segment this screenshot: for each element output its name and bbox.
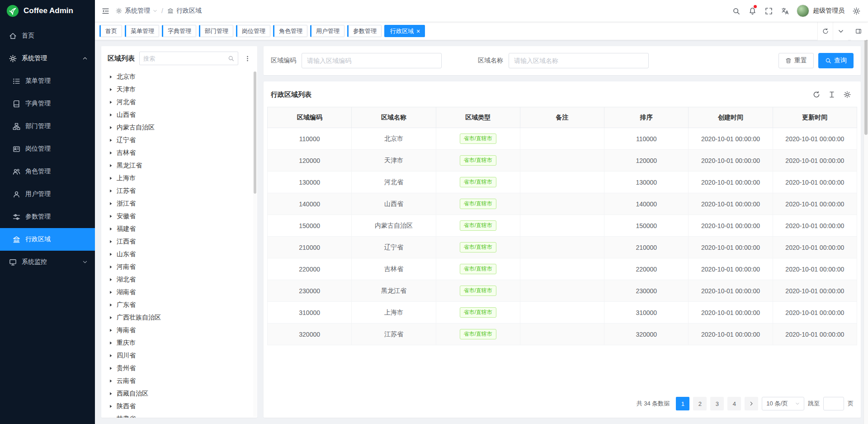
tree-item[interactable]: 湖北省 bbox=[101, 273, 257, 286]
table-row[interactable]: 120000 天津市 省市/直辖市 120000 2020-10-01 00:0… bbox=[268, 150, 857, 172]
page-button[interactable]: 4 bbox=[727, 397, 741, 410]
query-button[interactable]: 查询 bbox=[818, 53, 854, 68]
column-header[interactable]: 备注 bbox=[520, 107, 604, 128]
sidebar-item-department[interactable]: 部门管理 bbox=[0, 115, 95, 138]
tree-item[interactable]: 山西省 bbox=[101, 109, 257, 121]
tree-search-input[interactable] bbox=[143, 55, 228, 62]
refresh-tabs-button[interactable] bbox=[817, 22, 833, 40]
caret-right-icon[interactable] bbox=[108, 328, 113, 333]
caret-right-icon[interactable] bbox=[108, 201, 113, 206]
tree-item[interactable]: 云南省 bbox=[101, 375, 257, 387]
sidebar-item-dictionary[interactable]: 字典管理 bbox=[0, 92, 95, 115]
tree-scrollbar[interactable] bbox=[253, 71, 257, 417]
tab[interactable]: 参数管理 × bbox=[347, 25, 382, 37]
tree-item[interactable]: 北京市 bbox=[101, 71, 257, 83]
tab[interactable]: 部门管理 × bbox=[199, 25, 233, 37]
caret-right-icon[interactable] bbox=[108, 227, 113, 231]
caret-right-icon[interactable] bbox=[108, 404, 113, 409]
tree-item[interactable]: 黑龙江省 bbox=[101, 159, 257, 172]
caret-right-icon[interactable] bbox=[108, 366, 113, 371]
tree-item[interactable]: 江西省 bbox=[101, 235, 257, 248]
tree-item[interactable]: 海南省 bbox=[101, 324, 257, 337]
page-size-select[interactable]: 10 条/页 bbox=[762, 397, 804, 410]
tree-item[interactable]: 广东省 bbox=[101, 299, 257, 311]
notifications-button[interactable] bbox=[744, 1, 760, 20]
tree-item[interactable]: 浙江省 bbox=[101, 197, 257, 210]
settings-button[interactable] bbox=[848, 1, 864, 20]
translate-button[interactable] bbox=[777, 1, 793, 20]
region-name-input[interactable] bbox=[509, 53, 649, 68]
caret-right-icon[interactable] bbox=[108, 341, 113, 345]
caret-right-icon[interactable] bbox=[108, 379, 113, 383]
tree-item[interactable]: 天津市 bbox=[101, 83, 257, 96]
sidebar-collapse-button[interactable] bbox=[95, 0, 116, 22]
tree-item[interactable]: 福建省 bbox=[101, 223, 257, 235]
tree-item[interactable]: 广西壮族自治区 bbox=[101, 311, 257, 324]
sidebar-item-monitor[interactable]: 系统监控 bbox=[0, 251, 95, 273]
user-menu[interactable]: 超级管理员 bbox=[797, 5, 844, 17]
refresh-table-button[interactable] bbox=[810, 88, 823, 101]
tab[interactable]: 角色管理 × bbox=[273, 25, 307, 37]
sidebar-item-post[interactable]: 岗位管理 bbox=[0, 138, 95, 160]
table-row[interactable]: 140000 山西省 省市/直辖市 140000 2020-10-01 00:0… bbox=[268, 193, 857, 215]
page-button[interactable]: 2 bbox=[693, 397, 707, 410]
layout-button[interactable] bbox=[851, 22, 866, 40]
search-icon[interactable] bbox=[228, 55, 234, 62]
density-button[interactable] bbox=[826, 88, 838, 101]
tree-item[interactable]: 重庆市 bbox=[101, 337, 257, 349]
column-header[interactable]: 区域类型 bbox=[436, 107, 520, 128]
sidebar-item-region[interactable]: 行政区域 bbox=[0, 228, 95, 251]
tab[interactable]: 菜单管理 × bbox=[125, 25, 159, 37]
caret-right-icon[interactable] bbox=[108, 176, 113, 181]
caret-right-icon[interactable] bbox=[108, 189, 113, 193]
table-row[interactable]: 210000 辽宁省 省市/直辖市 210000 2020-10-01 00:0… bbox=[268, 237, 857, 258]
next-page-button[interactable] bbox=[745, 397, 758, 410]
search-button[interactable] bbox=[728, 1, 744, 20]
tree-more-button[interactable] bbox=[243, 52, 252, 64]
caret-right-icon[interactable] bbox=[108, 214, 113, 219]
tree-item[interactable]: 河南省 bbox=[101, 261, 257, 273]
tree-item[interactable]: 西藏自治区 bbox=[101, 387, 257, 400]
tab[interactable]: 首页 × bbox=[99, 25, 122, 37]
caret-right-icon[interactable] bbox=[108, 87, 113, 92]
table-row[interactable]: 110000 北京市 省市/直辖市 110000 2020-10-01 00:0… bbox=[268, 128, 857, 150]
table-row[interactable]: 230000 黑龙江省 省市/直辖市 230000 2020-10-01 00:… bbox=[268, 280, 857, 302]
tree-item[interactable]: 内蒙古自治区 bbox=[101, 121, 257, 134]
caret-right-icon[interactable] bbox=[108, 138, 113, 143]
column-header[interactable]: 区域名称 bbox=[352, 107, 436, 128]
table-row[interactable]: 220000 吉林省 省市/直辖市 220000 2020-10-01 00:0… bbox=[268, 258, 857, 280]
tabs-menu-button[interactable] bbox=[833, 22, 848, 40]
fullscreen-button[interactable] bbox=[760, 1, 777, 20]
caret-right-icon[interactable] bbox=[108, 391, 113, 396]
caret-right-icon[interactable] bbox=[108, 315, 113, 320]
column-header[interactable]: 创建时间 bbox=[689, 107, 773, 128]
tree-item[interactable]: 上海市 bbox=[101, 172, 257, 185]
caret-right-icon[interactable] bbox=[108, 239, 113, 244]
table-row[interactable]: 320000 江苏省 省市/直辖市 320000 2020-10-01 00:0… bbox=[268, 324, 857, 345]
caret-right-icon[interactable] bbox=[108, 75, 113, 79]
scrollbar-thumb[interactable] bbox=[864, 26, 868, 135]
caret-right-icon[interactable] bbox=[108, 151, 113, 155]
breadcrumb-section[interactable]: 系统管理 bbox=[125, 7, 150, 15]
caret-right-icon[interactable] bbox=[108, 125, 113, 130]
sidebar-item-system[interactable]: 系统管理 bbox=[0, 47, 95, 70]
tree-item[interactable]: 陕西省 bbox=[101, 400, 257, 413]
table-row[interactable]: 130000 河北省 省市/直辖市 130000 2020-10-01 00:0… bbox=[268, 172, 857, 193]
tab[interactable]: 岗位管理 × bbox=[236, 25, 270, 37]
column-settings-button[interactable] bbox=[841, 88, 854, 101]
tab[interactable]: 字典管理 × bbox=[162, 25, 196, 37]
tree-item[interactable]: 贵州省 bbox=[101, 362, 257, 375]
page-button[interactable]: 3 bbox=[710, 397, 724, 410]
tree-item[interactable]: 河北省 bbox=[101, 96, 257, 109]
caret-right-icon[interactable] bbox=[108, 277, 113, 282]
sidebar-item-parameter[interactable]: 参数管理 bbox=[0, 205, 95, 228]
reset-button[interactable]: 重置 bbox=[778, 53, 814, 68]
table-row[interactable]: 310000 上海市 省市/直辖市 310000 2020-10-01 00:0… bbox=[268, 302, 857, 324]
caret-right-icon[interactable] bbox=[108, 100, 113, 105]
caret-right-icon[interactable] bbox=[108, 265, 113, 269]
jump-page-input[interactable] bbox=[823, 397, 844, 410]
caret-right-icon[interactable] bbox=[108, 290, 113, 295]
sidebar-item-role[interactable]: 角色管理 bbox=[0, 160, 95, 183]
caret-right-icon[interactable] bbox=[108, 303, 113, 307]
column-header[interactable]: 区域编码 bbox=[268, 107, 352, 128]
